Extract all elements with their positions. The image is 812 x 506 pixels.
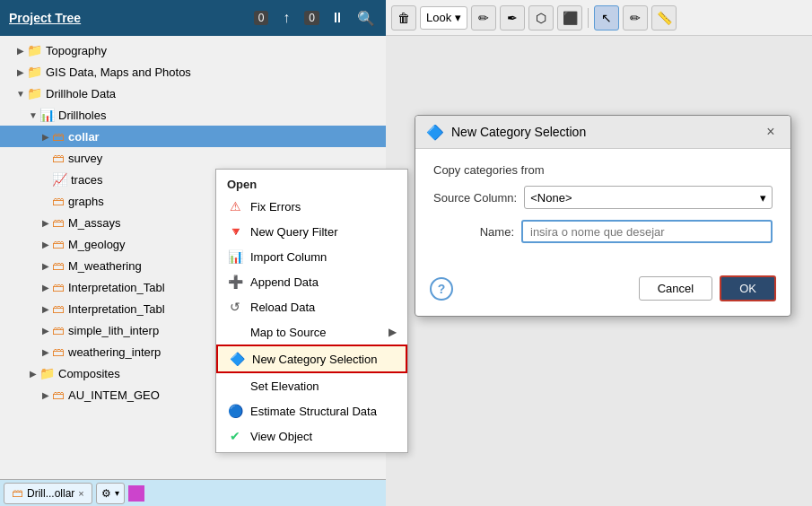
tree-item-drillhole-data[interactable]: ▼ 📁 Drillhole Data <box>0 83 386 104</box>
delete-button[interactable]: 🗑 <box>391 5 416 31</box>
toolbar-row: 🗑 Look ▾ ✏ ✒ ⬡ ⬛ ↖ ✏ 📏 <box>386 0 812 36</box>
expander-au-intem[interactable]: ▶ <box>39 390 52 400</box>
select-tool-button[interactable]: ↖ <box>594 5 619 31</box>
data-icon-drillholes: 📊 <box>39 108 55 122</box>
label-drillhole-data: Drillhole Data <box>46 87 116 100</box>
ctx-label-map-to-source: Map to Source <box>250 326 381 339</box>
ctx-label-import-column: Import Column <box>250 250 397 264</box>
ok-button[interactable]: OK <box>720 275 776 301</box>
badge-count-2: 0 <box>304 11 319 25</box>
pen-tool-button[interactable]: ✒ <box>500 5 525 31</box>
name-label: Name: <box>433 225 514 239</box>
polygon-tool-button[interactable]: ⬡ <box>528 5 554 31</box>
expander-interp-1[interactable]: ▶ <box>39 283 52 292</box>
context-menu: Open ⚠ Fix Errors 🔻 New Query Filter 📊 I… <box>215 169 408 453</box>
expander-drillhole-data[interactable]: ▼ <box>14 89 27 99</box>
tab-label-drill: Drill...ollar <box>27 487 74 500</box>
tree-item-gis-data[interactable]: ▶ 📁 GIS Data, Maps and Photos <box>0 61 386 83</box>
dialog-close-button[interactable]: × <box>762 123 780 141</box>
pause-icon[interactable]: ⏸ <box>327 7 348 29</box>
data-icon-graphs: 🗃 <box>52 194 65 208</box>
bottom-tab-dropdown[interactable]: ⚙ ▾ <box>96 483 125 504</box>
split-tool-button[interactable]: ⬛ <box>557 5 582 31</box>
expander-m-weathering[interactable]: ▶ <box>39 261 52 271</box>
search-icon[interactable]: 🔍 <box>355 7 377 29</box>
tab-close-drill[interactable]: × <box>78 488 83 499</box>
reload-data-icon: ↺ <box>227 299 243 315</box>
look-dropdown[interactable]: Look ▾ <box>420 6 467 30</box>
ctx-item-set-elevation[interactable]: Set Elevation <box>216 373 407 398</box>
bottom-tabs: 🗃 Drill...ollar × ⚙ ▾ <box>0 479 386 506</box>
label-survey: survey <box>68 152 102 165</box>
ctx-item-estimate-structural[interactable]: 🔵 Estimate Structural Data <box>216 398 407 423</box>
view-object-checked-icon: ✔ <box>227 428 243 444</box>
cancel-button[interactable]: Cancel <box>639 276 712 301</box>
measure-button[interactable]: 📏 <box>651 5 677 31</box>
label-gis-data: GIS Data, Maps and Photos <box>46 65 191 79</box>
label-interp-2: Interpretation_Tabl <box>68 302 165 316</box>
new-category-dialog: 🔷 New Category Selection × Copy categori… <box>415 115 791 317</box>
expander-simple-lith[interactable]: ▶ <box>39 326 52 336</box>
dialog-title-icon: 🔷 <box>426 124 444 141</box>
tree-item-drillholes[interactable]: ▼ 📊 Drillholes <box>0 104 386 126</box>
expander-m-assays[interactable]: ▶ <box>39 218 52 228</box>
help-button[interactable]: ? <box>430 277 453 301</box>
ctx-label-estimate-structural: Estimate Structural Data <box>250 405 397 418</box>
project-tree-title: Project Tree <box>9 11 81 25</box>
folder-icon-gis: 📁 <box>27 65 42 79</box>
data-icon-collar: 🗃 <box>52 129 65 144</box>
label-traces: traces <box>71 173 102 187</box>
ctx-item-new-category-selection[interactable]: 🔷 New Category Selection <box>216 345 407 373</box>
label-m-geology: M_geology <box>68 238 126 251</box>
ctx-item-reload-data[interactable]: ↺ Reload Data <box>216 294 407 319</box>
expander-composites[interactable]: ▶ <box>27 369 39 379</box>
expander-collar[interactable]: ▶ <box>39 132 52 142</box>
data-icon-m-weathering: 🗃 <box>52 258 65 273</box>
bottom-tab-drill[interactable]: 🗃 Drill...ollar × <box>4 483 92 504</box>
label-interp-1: Interpretation_Tabl <box>68 281 165 294</box>
expander-m-geology[interactable]: ▶ <box>39 240 52 249</box>
ctx-item-import-column[interactable]: 📊 Import Column <box>216 244 407 269</box>
ctx-label-set-elevation: Set Elevation <box>250 380 397 393</box>
dialog-footer: ? Cancel OK <box>415 268 790 316</box>
dropdown-arrow[interactable]: ▾ <box>115 488 119 498</box>
expander-gis[interactable]: ▶ <box>14 67 27 77</box>
expander-topography[interactable]: ▶ <box>14 46 27 56</box>
ctx-item-fix-errors[interactable]: ⚠ Fix Errors <box>216 194 407 219</box>
fix-errors-icon: ⚠ <box>227 198 243 214</box>
name-input[interactable] <box>521 220 773 243</box>
ctx-item-view-object[interactable]: ✔ View Object <box>216 423 407 449</box>
source-column-value: <None> <box>530 191 572 205</box>
label-m-weathering: M_weathering <box>68 259 142 273</box>
expander-drillholes[interactable]: ▼ <box>27 110 39 120</box>
data-icon-interp-2: 🗃 <box>52 301 65 316</box>
set-elevation-icon <box>227 378 243 394</box>
dialog-section-label: Copy categories from <box>433 163 773 177</box>
new-query-filter-icon: 🔻 <box>227 223 243 240</box>
tree-item-collar[interactable]: ▶ 🗃 collar <box>0 126 386 147</box>
color-swatch[interactable] <box>128 485 144 502</box>
label-graphs: graphs <box>68 195 104 208</box>
look-label: Look <box>426 11 451 24</box>
label-weathering-interp: weathering_interp <box>68 345 161 359</box>
source-column-select[interactable]: <None> ▾ <box>524 186 773 209</box>
pencil-edit-button[interactable]: ✏ <box>471 5 496 31</box>
ctx-item-map-to-source[interactable]: Map to Source ▶ <box>216 319 407 345</box>
edit-node-button[interactable]: ✏ <box>623 5 648 31</box>
label-drillholes: Drillholes <box>58 109 106 122</box>
look-dropdown-arrow: ▾ <box>455 11 461 24</box>
data-icon-m-assays: 🗃 <box>52 215 65 230</box>
expander-interp-2[interactable]: ▶ <box>39 304 52 314</box>
data-icon-simple-lith: 🗃 <box>52 323 65 337</box>
ctx-item-new-query-filter[interactable]: 🔻 New Query Filter <box>216 219 407 244</box>
map-to-source-icon <box>227 324 243 340</box>
ctx-item-append-data[interactable]: ➕ Append Data <box>216 269 407 294</box>
expander-weathering-interp[interactable]: ▶ <box>39 347 52 357</box>
folder-icon-topography: 📁 <box>27 43 42 57</box>
source-column-row: Source Column: <None> ▾ <box>433 186 773 209</box>
dropdown-icon: ⚙ <box>101 487 111 500</box>
tree-item-topography[interactable]: ▶ 📁 Topography <box>0 39 386 61</box>
upload-icon[interactable]: ↑ <box>275 7 297 29</box>
data-icon-weathering-interp: 🗃 <box>52 345 65 359</box>
tree-item-survey[interactable]: 🗃 survey <box>0 147 386 169</box>
